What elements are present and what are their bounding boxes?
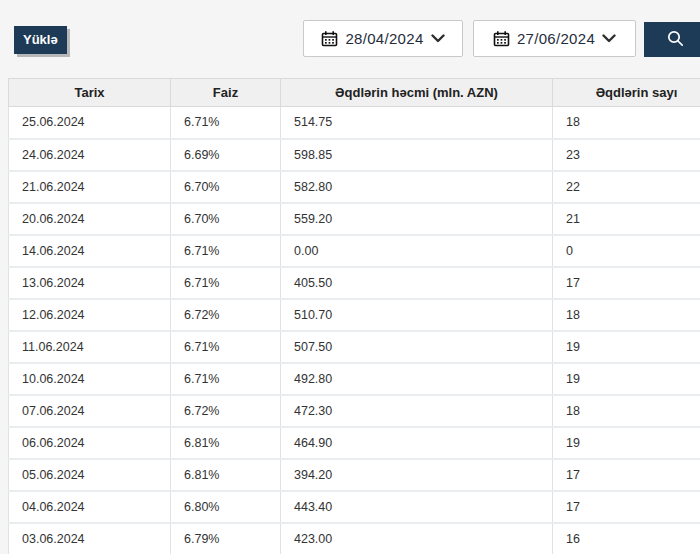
cell-hecm: 492.80: [281, 363, 553, 395]
cell-faiz: 6.70%: [171, 203, 281, 235]
date-to-picker[interactable]: 27/06/2024: [473, 20, 636, 57]
table-row: 10.06.20246.71%492.8019: [9, 363, 700, 395]
cell-hecm: 472.30: [281, 395, 553, 427]
cell-tarix: 20.06.2024: [9, 203, 171, 235]
cell-hecm: 394.20: [281, 459, 553, 491]
table-body: 25.06.20246.71%514.751824.06.20246.69%59…: [9, 107, 700, 554]
cell-tarix: 14.06.2024: [9, 235, 171, 267]
cell-hecm: 423.00: [281, 523, 553, 554]
cell-say: 19: [553, 363, 700, 395]
cell-hecm: 514.75: [281, 107, 553, 139]
cell-say: 21: [553, 203, 700, 235]
cell-hecm: 559.20: [281, 203, 553, 235]
table-row: 24.06.20246.69%598.8523: [9, 139, 700, 171]
cell-hecm: 0.00: [281, 235, 553, 267]
cell-faiz: 6.72%: [171, 299, 281, 331]
cell-tarix: 07.06.2024: [9, 395, 171, 427]
cell-tarix: 05.06.2024: [9, 459, 171, 491]
table-row: 12.06.20246.72%510.7018: [9, 299, 700, 331]
date-from-value: 28/04/2024: [345, 30, 423, 47]
cell-tarix: 06.06.2024: [9, 427, 171, 459]
table-row: 14.06.20246.71%0.000: [9, 235, 700, 267]
cell-faiz: 6.71%: [171, 235, 281, 267]
table-row: 25.06.20246.71%514.7518: [9, 107, 700, 139]
table-row: 20.06.20246.70%559.2021: [9, 203, 700, 235]
cell-say: 17: [553, 267, 700, 299]
cell-say: 19: [553, 427, 700, 459]
cell-say: 16: [553, 523, 700, 554]
table-row: 04.06.20246.80%443.4017: [9, 491, 700, 523]
cell-tarix: 04.06.2024: [9, 491, 171, 523]
column-header-hecm: Əqdlərin həcmi (mln. AZN): [281, 79, 553, 107]
cell-faiz: 6.70%: [171, 171, 281, 203]
cell-faiz: 6.71%: [171, 363, 281, 395]
cell-tarix: 13.06.2024: [9, 267, 171, 299]
table-row: 03.06.20246.79%423.0016: [9, 523, 700, 554]
download-button[interactable]: Yüklə: [14, 26, 67, 54]
table-row: 21.06.20246.70%582.8022: [9, 171, 700, 203]
date-to-value: 27/06/2024: [517, 30, 595, 47]
cell-tarix: 10.06.2024: [9, 363, 171, 395]
cell-faiz: 6.71%: [171, 331, 281, 363]
column-header-tarix: Tarix: [9, 79, 171, 107]
column-header-faiz: Faiz: [171, 79, 281, 107]
cell-faiz: 6.79%: [171, 523, 281, 554]
cell-faiz: 6.80%: [171, 491, 281, 523]
column-header-say: Əqdlərin sayı: [553, 79, 700, 107]
cell-say: 0: [553, 235, 700, 267]
cell-tarix: 25.06.2024: [9, 107, 171, 139]
calendar-icon: [493, 30, 510, 47]
cell-tarix: 03.06.2024: [9, 523, 171, 554]
cell-faiz: 6.71%: [171, 107, 281, 139]
table-row: 06.06.20246.81%464.9019: [9, 427, 700, 459]
chevron-down-icon: [431, 34, 445, 43]
cell-faiz: 6.69%: [171, 139, 281, 171]
cell-hecm: 510.70: [281, 299, 553, 331]
table-row: 11.06.20246.71%507.5019: [9, 331, 700, 363]
cell-hecm: 598.85: [281, 139, 553, 171]
table-row: 13.06.20246.71%405.5017: [9, 267, 700, 299]
cell-hecm: 443.40: [281, 491, 553, 523]
rates-table: TarixFaizƏqdlərin həcmi (mln. AZN)Əqdlər…: [8, 78, 700, 554]
cell-hecm: 405.50: [281, 267, 553, 299]
cell-faiz: 6.81%: [171, 459, 281, 491]
table-header-row: TarixFaizƏqdlərin həcmi (mln. AZN)Əqdlər…: [9, 79, 700, 107]
cell-hecm: 582.80: [281, 171, 553, 203]
cell-faiz: 6.81%: [171, 427, 281, 459]
cell-faiz: 6.72%: [171, 395, 281, 427]
search-icon: [666, 29, 685, 51]
table-row: 07.06.20246.72%472.3018: [9, 395, 700, 427]
calendar-icon: [321, 30, 338, 47]
chevron-down-icon: [602, 34, 616, 43]
cell-say: 17: [553, 459, 700, 491]
cell-hecm: 464.90: [281, 427, 553, 459]
cell-say: 19: [553, 331, 700, 363]
search-button[interactable]: [644, 22, 700, 57]
cell-tarix: 11.06.2024: [9, 331, 171, 363]
cell-say: 17: [553, 491, 700, 523]
table-row: 05.06.20246.81%394.2017: [9, 459, 700, 491]
cell-hecm: 507.50: [281, 331, 553, 363]
toolbar: Yüklə 28/04/2024: [0, 0, 700, 78]
cell-say: 22: [553, 171, 700, 203]
cell-say: 18: [553, 107, 700, 139]
cell-say: 18: [553, 299, 700, 331]
cell-tarix: 12.06.2024: [9, 299, 171, 331]
cell-faiz: 6.71%: [171, 267, 281, 299]
cell-tarix: 21.06.2024: [9, 171, 171, 203]
cell-tarix: 24.06.2024: [9, 139, 171, 171]
date-from-picker[interactable]: 28/04/2024: [303, 20, 463, 57]
cell-say: 23: [553, 139, 700, 171]
cell-say: 18: [553, 395, 700, 427]
